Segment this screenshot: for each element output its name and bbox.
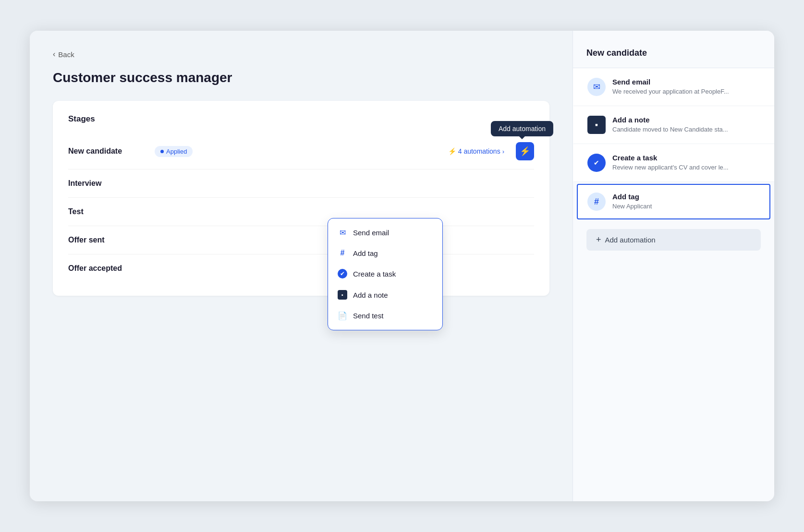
back-link[interactable]: ‹ Back <box>53 50 549 59</box>
automation-item-send-email[interactable]: ✉ Send email We received your applicatio… <box>573 68 774 106</box>
check-icon: ✔ <box>338 269 347 278</box>
stage-name-new-candidate: New candidate <box>68 147 155 156</box>
chevron-left-icon: ‹ <box>53 50 55 59</box>
automation-desc-add-tag: New Applicant <box>612 203 652 210</box>
stages-card: Stages New candidate Applied ⚡ 4 automat… <box>53 101 549 296</box>
automations-count: 4 automations <box>458 147 500 155</box>
add-automation-label: Add automation <box>605 236 656 244</box>
tooltip-label: Add automation <box>499 125 546 133</box>
back-label: Back <box>58 50 74 59</box>
lightning-icon-small: ⚡ <box>448 147 456 155</box>
note-icon: ▪ <box>338 290 347 300</box>
dropdown-item-send-email[interactable]: ✉ Send email <box>328 222 442 243</box>
email-icon-right: ✉ <box>593 82 600 92</box>
badge-dot <box>160 150 164 153</box>
automation-name-add-note: Add a note <box>612 116 728 124</box>
left-panel: ‹ Back Customer success manager Stages N… <box>30 31 573 501</box>
stage-name-offer-sent: Offer sent <box>68 236 155 244</box>
stage-row-new-candidate: New candidate Applied ⚡ 4 automations › … <box>68 133 534 169</box>
stage-badge-applied: Applied <box>155 146 193 157</box>
automation-item-add-tag[interactable]: # Add tag New Applicant <box>577 184 770 219</box>
dropdown-item-send-test[interactable]: 📄 Send test <box>328 305 442 326</box>
automation-name-add-tag: Add tag <box>612 193 652 201</box>
add-automation-tooltip: Add automation <box>491 121 553 136</box>
automation-item-create-task[interactable]: ✔ Create a task Review new applicant's C… <box>573 144 774 182</box>
dropdown-item-label-send-test: Send test <box>353 312 383 320</box>
stage-row-offer-sent: Offer sent <box>68 226 534 254</box>
create-task-icon-wrap: ✔ <box>587 154 606 172</box>
automation-text-add-note: Add a note Candidate moved to New Candid… <box>612 116 728 133</box>
automation-desc-add-note: Candidate moved to New Candidate sta... <box>612 126 728 133</box>
add-note-icon-wrap: ▪ <box>587 116 606 134</box>
send-email-icon-wrap: ✉ <box>587 78 606 96</box>
hash-icon-right: # <box>594 197 599 207</box>
add-tag-icon-wrap: # <box>587 193 606 211</box>
email-icon: ✉ <box>338 228 347 237</box>
dropdown-menu: ✉ Send email # Add tag ✔ Create a task ▪… <box>328 218 443 330</box>
automation-desc-create-task: Review new applicant's CV and cover le..… <box>612 164 729 171</box>
right-panel: New candidate ✉ Send email We received y… <box>573 31 774 501</box>
check-icon-right: ✔ <box>594 159 599 167</box>
plus-icon: + <box>596 235 601 245</box>
stage-row-test: Test <box>68 198 534 226</box>
stage-row-interview: Interview <box>68 169 534 198</box>
stage-row-offer-accepted: Offer accepted <box>68 254 534 282</box>
automations-link[interactable]: ⚡ 4 automations › <box>448 147 504 155</box>
dropdown-item-label-add-tag: Add tag <box>353 249 378 257</box>
stage-name-interview: Interview <box>68 179 155 188</box>
page-title: Customer success manager <box>53 70 549 85</box>
automation-item-add-note[interactable]: ▪ Add a note Candidate moved to New Cand… <box>573 106 774 144</box>
dropdown-item-label-add-note: Add a note <box>353 291 388 299</box>
dropdown-item-label-create-task: Create a task <box>353 270 396 278</box>
automation-name-send-email: Send email <box>612 78 729 86</box>
dropdown-item-label-send-email: Send email <box>353 229 389 237</box>
add-automation-right-button[interactable]: + Add automation <box>586 229 761 251</box>
right-panel-title: New candidate <box>573 48 774 68</box>
automation-text-send-email: Send email We received your application … <box>612 78 729 95</box>
dropdown-item-create-task[interactable]: ✔ Create a task <box>328 263 442 284</box>
add-automation-button[interactable]: ⚡ <box>516 142 534 160</box>
note-icon-right: ▪ <box>595 120 598 130</box>
dropdown-item-add-note[interactable]: ▪ Add a note <box>328 284 442 305</box>
badge-label: Applied <box>166 148 187 155</box>
chevron-right-icon: › <box>502 148 504 155</box>
automation-text-create-task: Create a task Review new applicant's CV … <box>612 154 729 171</box>
hash-icon: # <box>338 249 347 257</box>
doc-icon: 📄 <box>338 311 347 320</box>
dropdown-item-add-tag[interactable]: # Add tag <box>328 243 442 263</box>
stage-name-test: Test <box>68 207 155 216</box>
lightning-icon: ⚡ <box>520 146 530 157</box>
automation-name-create-task: Create a task <box>612 154 729 162</box>
stage-name-offer-accepted: Offer accepted <box>68 264 155 273</box>
stages-title: Stages <box>68 114 534 124</box>
automation-text-add-tag: Add tag New Applicant <box>612 193 652 210</box>
automation-desc-send-email: We received your application at PeopleF.… <box>612 88 729 95</box>
